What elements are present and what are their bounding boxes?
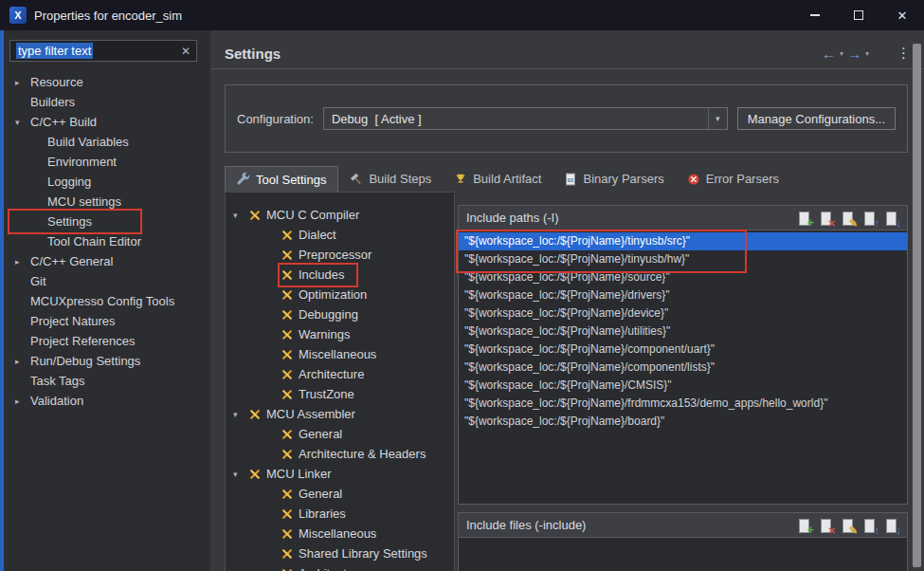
- tool-tree-item[interactable]: TrustZone: [226, 384, 454, 404]
- filter-input[interactable]: type filter text ✕: [9, 40, 197, 62]
- tool-icon: [281, 547, 294, 561]
- tool-tree-item[interactable]: Architecture: [226, 364, 454, 384]
- include-path-item[interactable]: "${workspace_loc:/${ProjName}/component/…: [459, 341, 907, 359]
- tool-icon: [281, 308, 294, 322]
- include-path-item[interactable]: "${workspace_loc:/${ProjName}/drivers}": [459, 286, 907, 304]
- tree-item-label: Settings: [47, 214, 92, 229]
- move-up-icon[interactable]: [862, 211, 878, 226]
- tree-item[interactable]: Project References: [4, 331, 210, 351]
- forward-dropdown-icon[interactable]: ▾: [865, 49, 869, 58]
- tree-item[interactable]: C/C++ Build: [4, 112, 210, 132]
- tool-tree-item[interactable]: Dialect: [226, 225, 454, 245]
- move-down-icon[interactable]: [884, 211, 899, 226]
- maximize-button[interactable]: [837, 0, 880, 30]
- expand-chevron-icon[interactable]: [233, 211, 248, 220]
- tree-item[interactable]: Builders: [4, 92, 210, 112]
- tool-tree-item[interactable]: Preprocessor: [226, 245, 454, 265]
- tool-tree-item[interactable]: General: [226, 424, 454, 444]
- tool-tree-item[interactable]: Warnings: [226, 324, 454, 344]
- tree-item[interactable]: Tool Chain Editor: [4, 231, 210, 251]
- include-path-item[interactable]: "${workspace_loc:/${ProjName}/frdmmcxa15…: [459, 395, 907, 413]
- tool-icon: [281, 507, 294, 521]
- expand-chevron-icon[interactable]: [15, 357, 30, 366]
- configuration-select[interactable]: Debug [ Active ] ▾: [323, 107, 728, 130]
- tree-item[interactable]: MCUXpresso Config Tools: [4, 291, 210, 311]
- tree-item[interactable]: Git: [4, 271, 210, 291]
- move-down-icon[interactable]: [884, 518, 899, 533]
- include-path-item[interactable]: "${workspace_loc:/${ProjName}/utilities}…: [459, 322, 907, 341]
- tool-icon: [248, 408, 262, 421]
- include-path-item[interactable]: "${workspace_loc:/${ProjName}/CMSIS}": [459, 377, 907, 395]
- clear-filter-icon[interactable]: ✕: [181, 45, 190, 58]
- tree-item[interactable]: Run/Debug Settings: [4, 351, 210, 371]
- edit-icon[interactable]: [841, 211, 856, 226]
- delete-icon[interactable]: [819, 211, 834, 226]
- tree-item[interactable]: Settings: [4, 212, 210, 231]
- tool-tree-item[interactable]: Architecture & Headers: [226, 444, 454, 464]
- edit-icon[interactable]: [841, 518, 856, 533]
- tree-item[interactable]: Environment: [4, 152, 210, 172]
- tree-item-label: Task Tags: [30, 374, 85, 388]
- tab[interactable]: 01 Build Artifact: [443, 166, 553, 192]
- expand-chevron-icon[interactable]: [15, 118, 30, 127]
- tree-item[interactable]: Task Tags: [4, 371, 210, 391]
- tool-tree-item[interactable]: Includes: [226, 265, 454, 285]
- forward-icon[interactable]: →: [847, 46, 861, 62]
- chevron-down-icon[interactable]: ▾: [708, 108, 727, 129]
- tool-tree-item[interactable]: General: [226, 484, 454, 504]
- include-path-item[interactable]: "${workspace_loc:/${ProjName}/tinyusb/sr…: [459, 232, 907, 250]
- back-icon[interactable]: ←: [822, 46, 836, 62]
- tool-tree-item[interactable]: MCU Linker: [226, 464, 454, 484]
- tree-item[interactable]: Resource: [4, 72, 210, 92]
- manage-configurations-button[interactable]: Manage Configurations...: [737, 107, 896, 130]
- expand-chevron-icon[interactable]: [15, 78, 30, 87]
- tool-tree-item[interactable]: Optimization: [226, 285, 454, 304]
- tool-tree-item[interactable]: Architecture: [226, 563, 454, 571]
- tab[interactable]: 01 Tool Settings: [225, 166, 338, 192]
- tool-tree-item[interactable]: MCU Assembler: [226, 404, 454, 424]
- tree-item[interactable]: MCU settings: [4, 192, 210, 212]
- tab[interactable]: 01 Error Parsers: [676, 166, 790, 192]
- tool-tree-item[interactable]: MCU C Compiler: [226, 205, 454, 225]
- include-files-list: [459, 538, 907, 571]
- tab[interactable]: 01 Binary Parsers: [553, 166, 675, 192]
- include-path-item[interactable]: "${workspace_loc:/${ProjName}/component/…: [459, 359, 907, 377]
- expand-chevron-icon[interactable]: [15, 396, 30, 406]
- tool-tree-item-label: Optimization: [299, 287, 367, 302]
- minimize-button[interactable]: [793, 0, 837, 30]
- add-icon[interactable]: [797, 211, 812, 226]
- tree-item[interactable]: Project Natures: [4, 311, 210, 331]
- close-button[interactable]: ✕: [880, 0, 924, 30]
- view-menu-icon[interactable]: ⋮: [897, 45, 911, 62]
- tree-item[interactable]: Build Variables: [4, 132, 210, 152]
- tab[interactable]: 01 Build Steps: [338, 166, 443, 192]
- tool-tree-item[interactable]: Miscellaneous: [226, 524, 454, 543]
- trophy-icon: [454, 173, 467, 186]
- tool-tree-item[interactable]: Miscellaneous: [226, 344, 454, 364]
- include-path-item[interactable]: "${workspace_loc:/${ProjName}/device}": [459, 304, 907, 322]
- tool-icon: [248, 468, 262, 481]
- tool-tree-item-label: Preprocessor: [299, 248, 371, 262]
- back-dropdown-icon[interactable]: ▾: [840, 49, 843, 58]
- expand-chevron-icon[interactable]: [15, 257, 30, 267]
- tree-item[interactable]: C/C++ General: [4, 251, 210, 271]
- include-path-item[interactable]: "${workspace_loc:/${ProjName}/tinyusb/hw…: [459, 250, 907, 268]
- tool-tree-item[interactable]: Debugging: [226, 304, 454, 324]
- include-path-item[interactable]: "${workspace_loc:/${ProjName}/source}": [459, 268, 907, 286]
- tree-item-label: C/C++ Build: [30, 115, 97, 129]
- expand-chevron-icon[interactable]: [233, 410, 248, 419]
- svg-text:01: 01: [568, 176, 574, 182]
- move-up-icon[interactable]: [862, 518, 878, 533]
- tool-icon: [281, 348, 294, 361]
- include-path-item[interactable]: "${workspace_loc:/${ProjName}/board}": [459, 413, 907, 431]
- expand-chevron-icon[interactable]: [233, 470, 248, 479]
- tool-tree-item[interactable]: Libraries: [226, 504, 454, 524]
- tree-item[interactable]: Validation: [4, 391, 210, 411]
- delete-icon[interactable]: [819, 518, 834, 533]
- tool-tree-item[interactable]: Shared Library Settings: [226, 543, 454, 563]
- vertical-scrollbar[interactable]: [912, 42, 922, 569]
- add-icon[interactable]: [797, 518, 812, 533]
- tool-icon: [281, 268, 294, 282]
- scrollbar-thumb[interactable]: [913, 44, 921, 567]
- tree-item[interactable]: Logging: [4, 172, 210, 192]
